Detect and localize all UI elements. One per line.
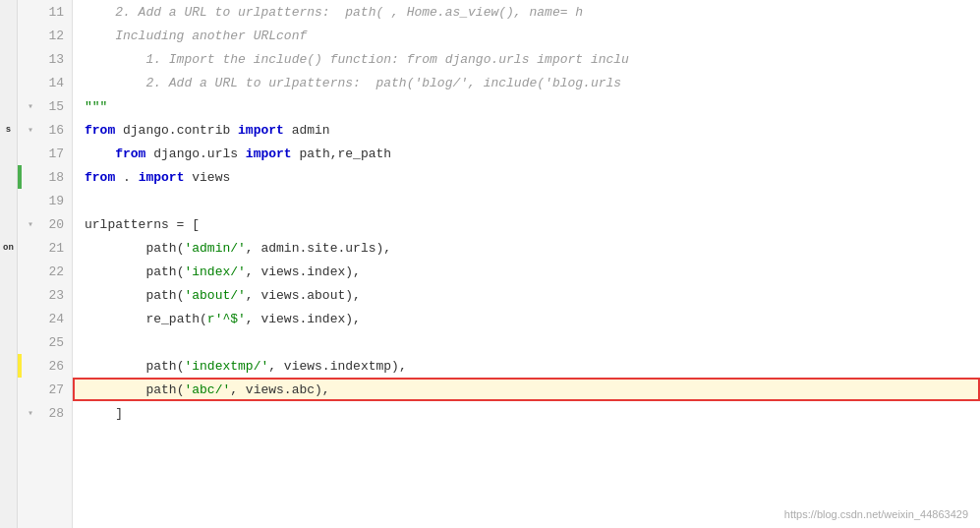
fold-indicator-20[interactable]: ▾ bbox=[26, 219, 35, 229]
line-number-28: 28▾ bbox=[22, 401, 72, 425]
code-content[interactable]: 2. Add a URL to urlpatterns: path( , Hom… bbox=[73, 0, 980, 528]
code-line-16: from django.contrib import admin bbox=[73, 118, 980, 142]
code-line-19 bbox=[73, 189, 980, 212]
side-label-s12 bbox=[0, 260, 17, 283]
code-token: django.urls bbox=[145, 147, 245, 161]
line-number-20: 20▾ bbox=[22, 212, 72, 236]
code-line-18: from . import views bbox=[73, 165, 980, 189]
side-label-s16 bbox=[0, 354, 17, 378]
code-token: path( bbox=[145, 288, 184, 303]
line-number-25: 25 bbox=[22, 330, 72, 354]
code-token: re_path( bbox=[145, 312, 206, 326]
side-label-s13 bbox=[0, 283, 17, 307]
code-text: Including another URLconf bbox=[85, 29, 307, 43]
code-line-11: 2. Add a URL to urlpatterns: path( , Hom… bbox=[73, 0, 980, 24]
fold-indicator-16[interactable]: ▾ bbox=[26, 125, 35, 135]
line-number-16: 16▾ bbox=[22, 118, 72, 142]
line-number-18: 18 bbox=[22, 165, 72, 189]
code-line-25 bbox=[73, 330, 980, 354]
code-token: from bbox=[115, 147, 145, 161]
side-label-on: on bbox=[0, 236, 17, 260]
code-text: 2. Add a URL to urlpatterns: path( , Hom… bbox=[85, 5, 583, 20]
side-label-s15 bbox=[0, 330, 17, 354]
code-token: 'indextmp/' bbox=[184, 359, 268, 374]
code-line-17: from django.urls import path,re_path bbox=[73, 142, 980, 165]
code-token: views bbox=[184, 170, 230, 185]
line-number-21: 21 bbox=[22, 236, 72, 260]
fold-indicator-28[interactable]: ▾ bbox=[26, 408, 35, 418]
code-token: path( bbox=[145, 382, 184, 397]
side-label-s9 bbox=[0, 189, 17, 212]
line-number-15: 15▾ bbox=[22, 94, 72, 118]
code-token: r'^$' bbox=[207, 312, 246, 326]
code-line-26: path('indextmp/', views.indextmp), bbox=[73, 354, 980, 378]
line-number-27: 27 bbox=[22, 378, 72, 401]
side-label-active-s: s bbox=[0, 118, 17, 142]
code-token: , views.abc), bbox=[230, 382, 329, 397]
line-number-19: 19 bbox=[22, 189, 72, 212]
side-label-s5 bbox=[0, 94, 17, 118]
side-label-s8 bbox=[0, 165, 17, 189]
line-number-26: 26 bbox=[22, 354, 72, 378]
code-line-12: Including another URLconf bbox=[73, 24, 980, 47]
code-token: , views.index), bbox=[246, 264, 361, 279]
side-labels: s on bbox=[0, 0, 18, 528]
code-line-28: ] bbox=[73, 401, 980, 425]
code-token: path( bbox=[145, 241, 184, 256]
code-token: ] bbox=[115, 406, 123, 421]
code-token: 'about/' bbox=[184, 288, 245, 303]
side-label-s2 bbox=[0, 24, 17, 47]
code-token: , views.index), bbox=[246, 312, 361, 326]
code-token: , admin.site.urls), bbox=[246, 241, 391, 256]
code-editor: s on 1112131415▾16▾17181920▾212223242526… bbox=[0, 0, 980, 528]
code-token: from bbox=[85, 123, 115, 138]
side-label-s18 bbox=[0, 401, 17, 425]
line-number-13: 13 bbox=[22, 47, 72, 71]
line-number-22: 22 bbox=[22, 260, 72, 283]
code-token: , views.indextmp), bbox=[268, 359, 406, 374]
code-text: """ bbox=[85, 99, 107, 114]
code-token: import bbox=[246, 147, 292, 161]
code-text: 2. Add a URL to urlpatterns: path('blog/… bbox=[85, 76, 621, 90]
code-token: import bbox=[139, 170, 185, 185]
line-number-11: 11 bbox=[22, 0, 72, 24]
code-token: . bbox=[115, 170, 138, 185]
code-line-24: re_path(r'^$', views.index), bbox=[73, 307, 980, 330]
side-label-s10 bbox=[0, 212, 17, 236]
code-line-15: """ bbox=[73, 94, 980, 118]
code-text: 1. Import the include() function: from d… bbox=[85, 52, 629, 67]
code-token: 'index/' bbox=[184, 264, 245, 279]
code-token: django.contrib bbox=[115, 123, 238, 138]
line-number-23: 23 bbox=[22, 283, 72, 307]
side-label-s4 bbox=[0, 71, 17, 94]
code-line-14: 2. Add a URL to urlpatterns: path('blog/… bbox=[73, 71, 980, 94]
code-token: from bbox=[85, 170, 115, 185]
side-label-s17 bbox=[0, 378, 17, 401]
code-line-13: 1. Import the include() function: from d… bbox=[73, 47, 980, 71]
line-number-17: 17 bbox=[22, 142, 72, 165]
fold-indicator-15[interactable]: ▾ bbox=[26, 101, 35, 111]
code-token: 'admin/' bbox=[184, 241, 245, 256]
code-line-20: urlpatterns = [ bbox=[73, 212, 980, 236]
side-label-s bbox=[0, 0, 17, 24]
code-token: path( bbox=[145, 264, 184, 279]
code-line-27: path('abc/', views.abc), bbox=[73, 378, 980, 401]
code-token: path,re_path bbox=[292, 147, 391, 161]
line-number-12: 12 bbox=[22, 24, 72, 47]
code-line-23: path('about/', views.about), bbox=[73, 283, 980, 307]
code-token: 'abc/' bbox=[184, 382, 230, 397]
watermark: https://blog.csdn.net/weixin_44863429 bbox=[784, 508, 968, 520]
line-number-24: 24 bbox=[22, 307, 72, 330]
side-label-s7 bbox=[0, 142, 17, 165]
code-token: admin bbox=[284, 123, 330, 138]
code-line-22: path('index/', views.index), bbox=[73, 260, 980, 283]
code-token: urlpatterns = [ bbox=[85, 217, 200, 232]
code-token: path( bbox=[145, 359, 184, 374]
side-label-s14 bbox=[0, 307, 17, 330]
code-line-21: path('admin/', admin.site.urls), bbox=[73, 236, 980, 260]
code-token: import bbox=[238, 123, 284, 138]
line-number-14: 14 bbox=[22, 71, 72, 94]
line-number-gutter: 1112131415▾16▾17181920▾2122232425262728▾ bbox=[22, 0, 73, 528]
code-token: , views.about), bbox=[246, 288, 361, 303]
side-label-s3 bbox=[0, 47, 17, 71]
